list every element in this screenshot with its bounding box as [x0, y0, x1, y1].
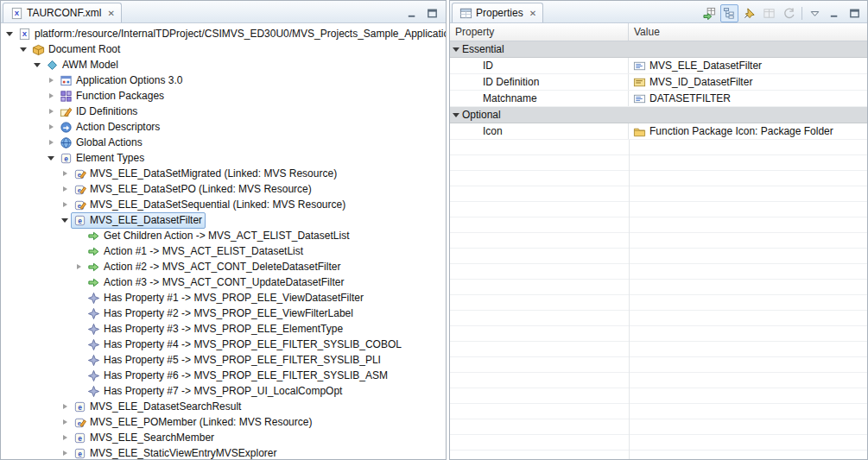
property-row[interactable]: IDMVS_ELE_DatasetFilter	[450, 58, 867, 74]
show-categories-icon[interactable]	[720, 4, 738, 22]
collapse-arrow-icon[interactable]	[3, 26, 16, 41]
tree-item[interactable]: eMVS_ELE_DataSetSequential (Linked: MVS …	[1, 197, 446, 212]
properties-empty-rows	[450, 140, 867, 459]
tree-item[interactable]: eMVS_ELE_StaticViewEntryMVSExplorer	[1, 445, 446, 459]
tree-item[interactable]: Has Property #3 -> MVS_PROP_ELE_ElementT…	[1, 321, 446, 337]
property-row[interactable]: IconFunction Package Icon: Package Folde…	[450, 123, 867, 140]
minimize-icon[interactable]	[403, 4, 421, 22]
expand-arrow-icon[interactable]	[73, 259, 85, 274]
tab-properties[interactable]: Properties ✕	[452, 3, 543, 22]
tree-item[interactable]: Has Property #1 -> MVS_PROP_ELE_ViewData…	[1, 290, 446, 306]
tree-item[interactable]: eMVS_ELE_DatasetSearchResult	[1, 399, 446, 414]
tree-item-label: MVS_ELE_DataSetPO (Linked: MVS Resource)	[90, 183, 312, 195]
expand-arrow-icon[interactable]	[45, 88, 57, 104]
document-root-icon	[31, 42, 45, 56]
function-packages-icon	[59, 89, 73, 103]
expand-arrow-icon[interactable]	[45, 135, 57, 150]
minimize-icon[interactable]	[826, 4, 844, 22]
tree-item-label: MVS_ELE_DatasetFilter	[90, 214, 202, 226]
pin-view-icon[interactable]	[740, 4, 758, 22]
tree-indent	[3, 49, 17, 50]
property-value[interactable]: Function Package Icon: Package Folder	[629, 123, 867, 139]
property-category-row[interactable]: Essential	[450, 41, 867, 58]
property-value[interactable]: MVS_ID_DatasetFilter	[629, 74, 867, 90]
view-menu-icon[interactable]	[806, 4, 824, 22]
tree-item[interactable]: eMVS_ELE_DataSetPO (Linked: MVS Resource…	[1, 181, 446, 197]
tree-item-label: MVS_ELE_DataSetSequential (Linked: MVS R…	[90, 198, 345, 211]
tree-item[interactable]: Function Packages	[1, 88, 446, 104]
property-value[interactable]: DATASETFILTER	[629, 91, 867, 106]
property-row[interactable]: MatchnameDATASETFILTER	[450, 91, 867, 107]
tree-item-content: eMVS_ELE_SearchMember	[71, 430, 218, 446]
property-icon	[86, 369, 100, 382]
element-linked-icon: e	[73, 415, 86, 429]
expand-arrow-icon[interactable]	[59, 430, 71, 445]
svg-text:e: e	[78, 433, 82, 442]
expand-arrow-icon[interactable]	[45, 72, 57, 88]
tree-indent	[3, 220, 59, 221]
expander-slot	[73, 321, 85, 337]
new-properties-view-icon[interactable]	[700, 4, 719, 22]
tree-item-label: MVS_ELE_DataSetMigrated (Linked: MVS Res…	[90, 167, 337, 180]
tree-item[interactable]: Global Actions	[1, 135, 446, 150]
close-icon[interactable]: ✕	[529, 9, 536, 18]
collapse-arrow-icon[interactable]	[17, 41, 29, 57]
column-header-property[interactable]: Property	[450, 23, 629, 41]
collapse-arrow-icon[interactable]	[45, 150, 57, 166]
id-value-icon	[632, 91, 646, 105]
property-category-row[interactable]: Optional	[450, 107, 867, 123]
expand-arrow-icon[interactable]	[45, 104, 57, 119]
collapse-arrow-icon[interactable]	[450, 41, 462, 57]
tree-item[interactable]: Action #2 -> MVS_ACT_CONT_DeleteDatasetF…	[1, 259, 446, 274]
expand-arrow-icon[interactable]	[59, 197, 71, 212]
collapse-arrow-icon[interactable]	[31, 57, 43, 72]
tree-item[interactable]: eMVS_ELE_SearchMember	[1, 430, 446, 445]
tree-item[interactable]: Has Property #7 -> MVS_PROP_UI_LocalComp…	[1, 383, 446, 399]
show-advanced-properties-icon	[760, 4, 778, 22]
property-value[interactable]: MVS_ELE_DatasetFilter	[629, 58, 867, 73]
tree-item[interactable]: Action #3 -> MVS_ACT_CONT_UpdateDatasetF…	[1, 274, 446, 290]
tree-indent	[3, 344, 73, 345]
tree-item[interactable]: Has Property #4 -> MVS_PROP_ELE_FILTER_S…	[1, 337, 446, 352]
column-header-value[interactable]: Value	[629, 23, 867, 41]
tree-item-content: eMVS_ELE_DataSetPO (Linked: MVS Resource…	[71, 181, 315, 198]
tree-item[interactable]: AWM Model	[1, 57, 446, 72]
tree-indent	[3, 236, 73, 236]
maximize-icon[interactable]	[423, 4, 441, 22]
expand-arrow-icon[interactable]	[45, 119, 57, 135]
tree-item[interactable]: Xplatform:/resource/InternalTDProject/CS…	[1, 26, 446, 41]
tree-item[interactable]: Action Descriptors	[1, 119, 446, 135]
expand-arrow-icon[interactable]	[59, 166, 71, 181]
expand-arrow-icon[interactable]	[59, 181, 71, 197]
tree-item[interactable]: Get Children Action -> MVS_ACT_ELIST_Dat…	[1, 228, 446, 243]
tree-item[interactable]: Document Root	[1, 41, 446, 57]
tree-item-content: Action Descriptors	[57, 119, 163, 135]
tree-item-content: eMVS_ELE_StaticViewEntryMVSExplorer	[71, 445, 281, 460]
tab-taurconf-xml[interactable]: X TAURCONF.xml ✕	[3, 3, 122, 22]
tree-indent	[3, 111, 45, 112]
tree-item[interactable]: eMVS_ELE_DataSetMigrated (Linked: MVS Re…	[1, 166, 446, 181]
expand-arrow-icon[interactable]	[59, 445, 71, 459]
collapse-arrow-icon[interactable]	[450, 107, 462, 123]
tree-item[interactable]: Has Property #5 -> MVS_PROP_ELE_FILTER_S…	[1, 352, 446, 368]
restore-default-value-icon	[780, 4, 798, 22]
action-descriptors-icon	[59, 120, 73, 134]
tree-item[interactable]: eElement Types	[1, 150, 446, 166]
global-actions-icon	[59, 135, 73, 149]
property-name: Icon	[450, 123, 629, 139]
tree-item[interactable]: Application Options 3.0	[1, 72, 446, 88]
tree-item[interactable]: Has Property #2 -> MVS_PROP_ELE_ViewFilt…	[1, 306, 446, 321]
tree-item[interactable]: eMVS_ELE_POMember (Linked: MVS Resource)	[1, 414, 446, 430]
property-row[interactable]: ID DefinitionMVS_ID_DatasetFilter	[450, 74, 867, 91]
collapse-arrow-icon[interactable]	[59, 212, 71, 228]
tree-indent	[3, 406, 59, 407]
maximize-icon[interactable]	[846, 4, 864, 22]
tree-item[interactable]: eMVS_ELE_DatasetFilter	[1, 212, 446, 228]
tree-item[interactable]: Has Property #6 -> MVS_PROP_ELE_FILTER_S…	[1, 368, 446, 383]
expand-arrow-icon[interactable]	[59, 414, 71, 430]
tree-item[interactable]: Action #1 -> MVS_ACT_ELIST_DatasetList	[1, 243, 446, 259]
tree-item[interactable]: ID Definitions	[1, 104, 446, 119]
close-icon[interactable]: ✕	[107, 9, 114, 18]
expand-arrow-icon[interactable]	[59, 399, 71, 414]
expander-slot	[73, 383, 85, 399]
